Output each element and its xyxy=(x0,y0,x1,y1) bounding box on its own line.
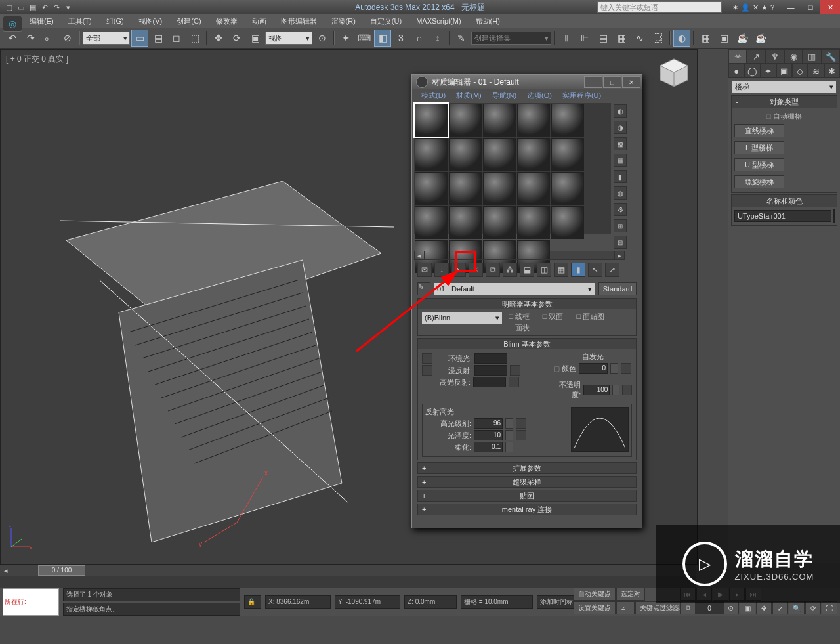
matmenu-utilities[interactable]: 实用程序(U) xyxy=(557,91,606,100)
menu-tools[interactable]: 工具(T) xyxy=(62,16,98,26)
display-tab-icon[interactable]: ▥ xyxy=(803,49,821,64)
make-copy-icon[interactable]: ⧉ xyxy=(486,263,500,277)
rendered-frame-icon[interactable]: ▣ xyxy=(715,30,732,47)
shapes-cat-icon[interactable]: ◯ xyxy=(744,64,760,78)
spinner-icon[interactable] xyxy=(610,363,618,374)
qat-new-icon[interactable]: ▢ xyxy=(4,2,14,12)
material-name-combo[interactable]: 01 - Default xyxy=(434,283,595,295)
diffuse-lock-icon[interactable] xyxy=(422,365,432,376)
sample-slot[interactable] xyxy=(517,206,550,239)
opacity-spinner[interactable]: 100 xyxy=(583,385,610,395)
curve-editor-icon[interactable]: ∿ xyxy=(631,30,648,47)
render-iterative-icon[interactable]: ☕ xyxy=(752,30,769,47)
sample-slot[interactable] xyxy=(551,172,584,205)
isolate-icon[interactable]: ▣ xyxy=(740,601,755,614)
application-menu-button[interactable]: ◎ xyxy=(3,16,22,32)
sample-slot-1[interactable] xyxy=(415,104,448,137)
rollout-maps[interactable]: 贴图 xyxy=(418,490,636,501)
go-to-parent-icon[interactable]: ↖ xyxy=(588,263,602,277)
ambient-swatch[interactable] xyxy=(474,353,507,364)
material-editor-icon[interactable]: ◐ xyxy=(673,30,690,47)
rollout-mentalray[interactable]: mental ray 连接 xyxy=(418,504,636,515)
selection-lock-icon[interactable]: 🔒 xyxy=(244,595,261,609)
select-by-mat-icon[interactable]: ⊞ xyxy=(614,219,627,232)
specular-swatch[interactable] xyxy=(473,377,506,387)
sample-slot[interactable] xyxy=(483,172,516,205)
select-region-icon[interactable]: ◻ xyxy=(168,30,185,47)
use-pivot-icon[interactable]: ⊙ xyxy=(314,30,331,47)
make-preview-icon[interactable]: ◍ xyxy=(614,186,627,200)
diffuse-swatch[interactable] xyxy=(474,365,507,376)
maximize-button[interactable]: □ xyxy=(801,0,820,14)
rollout-object-type[interactable]: 对象类型 xyxy=(732,96,837,108)
redo-icon[interactable]: ↷ xyxy=(22,30,39,47)
render-production-icon[interactable]: ☕ xyxy=(734,30,751,47)
menu-views[interactable]: 视图(V) xyxy=(132,16,169,26)
favorite-icon[interactable]: ★ xyxy=(761,3,768,12)
rollout-supersampling[interactable]: 超级采样 xyxy=(418,477,636,487)
link-icon[interactable]: ⟜ xyxy=(41,30,58,47)
zoom-icon[interactable]: 🔍 xyxy=(789,601,805,614)
material-type-button[interactable]: Standard xyxy=(598,282,637,295)
select-name-icon[interactable]: ▤ xyxy=(150,30,167,47)
sample-slot[interactable] xyxy=(449,104,482,137)
minimize-button[interactable]: — xyxy=(781,0,801,14)
create-category-dropdown[interactable]: 楼梯 xyxy=(732,81,836,93)
selfillum-spinner[interactable]: 0 xyxy=(579,363,608,374)
sample-slot[interactable] xyxy=(449,172,482,205)
create-tab-icon[interactable]: ✳ xyxy=(728,49,747,64)
autokey-button[interactable]: 自动关键点 xyxy=(574,588,616,601)
angle-snap-icon[interactable]: 3 xyxy=(392,30,410,47)
undo-icon[interactable]: ↶ xyxy=(4,30,21,47)
matmenu-material[interactable]: 材质(M) xyxy=(451,91,487,100)
signin-icon[interactable]: 👤 xyxy=(741,3,750,12)
menu-animation[interactable]: 动画 xyxy=(245,16,273,26)
coord-y[interactable]: Y: -1090.917m xyxy=(335,595,400,609)
mateditor-close-button[interactable]: ✕ xyxy=(622,76,640,88)
graphite-ribbon-icon[interactable]: ▦ xyxy=(613,30,630,47)
mateditor-minimize-button[interactable]: — xyxy=(584,76,602,88)
specular-map-button[interactable] xyxy=(509,377,519,387)
spinner-icon[interactable] xyxy=(505,418,513,429)
menu-edit[interactable]: 编辑(E) xyxy=(23,16,60,26)
close-button[interactable]: ✕ xyxy=(820,0,840,14)
current-frame-field[interactable]: 0 xyxy=(696,601,723,614)
go-forward-icon[interactable]: ↗ xyxy=(605,263,620,277)
qat-more-icon[interactable]: ▾ xyxy=(63,2,74,12)
hierarchy-tab-icon[interactable]: ♆ xyxy=(766,49,784,64)
mirror-icon[interactable]: ⦀ xyxy=(558,30,575,47)
sample-slot[interactable] xyxy=(483,206,516,239)
object-color-swatch[interactable] xyxy=(833,209,835,223)
cameras-cat-icon[interactable]: ▣ xyxy=(776,64,792,78)
pick-material-icon[interactable]: ✎ xyxy=(417,282,430,295)
motion-tab-icon[interactable]: ◉ xyxy=(784,49,803,64)
rotate-icon[interactable]: ⟳ xyxy=(228,30,245,47)
maxscript-listener[interactable]: 所在行: xyxy=(3,588,59,616)
put-to-scene-icon[interactable]: ↓ xyxy=(434,263,449,277)
face-map-checkbox[interactable]: 面贴图 xyxy=(576,312,604,322)
make-unique-icon[interactable]: ⁂ xyxy=(503,263,517,277)
maximize-viewport-icon[interactable]: ⛶ xyxy=(822,601,837,614)
show-map-viewport-icon[interactable]: ▦ xyxy=(554,263,568,277)
keyboard-shortcut-icon[interactable]: ⌨ xyxy=(356,30,373,47)
menu-create[interactable]: 创建(C) xyxy=(170,16,207,26)
matmenu-options[interactable]: 选项(O) xyxy=(522,91,557,100)
time-slider-knob[interactable]: 0 / 100 xyxy=(38,565,85,576)
help-icon[interactable]: ? xyxy=(770,3,774,12)
matmenu-navigation[interactable]: 导航(N) xyxy=(487,91,522,100)
spiral-stair-button[interactable]: 螺旋楼梯 xyxy=(734,175,784,188)
utilities-tab-icon[interactable]: 🔧 xyxy=(822,49,840,64)
straight-stair-button[interactable]: 直线楼梯 xyxy=(734,124,784,137)
autogrid-checkbox[interactable]: 自动栅格 xyxy=(734,110,834,123)
qat-save-icon[interactable]: ▤ xyxy=(28,2,38,12)
show-end-result-icon[interactable]: ▮ xyxy=(571,263,585,277)
orbit-icon[interactable]: ⟳ xyxy=(805,601,821,614)
viewport-nav-icon[interactable]: ✥ xyxy=(756,601,772,614)
sample-uv-icon[interactable]: ▦ xyxy=(614,154,627,167)
scale-icon[interactable]: ▣ xyxy=(247,30,264,47)
setkey-button[interactable]: 设置关键点 xyxy=(574,601,616,614)
menu-group[interactable]: 组(G) xyxy=(100,16,131,26)
shader-dropdown[interactable]: (B)Blinn xyxy=(422,312,502,324)
menu-modifiers[interactable]: 修改器 xyxy=(209,16,244,26)
sample-slot[interactable] xyxy=(517,104,550,137)
